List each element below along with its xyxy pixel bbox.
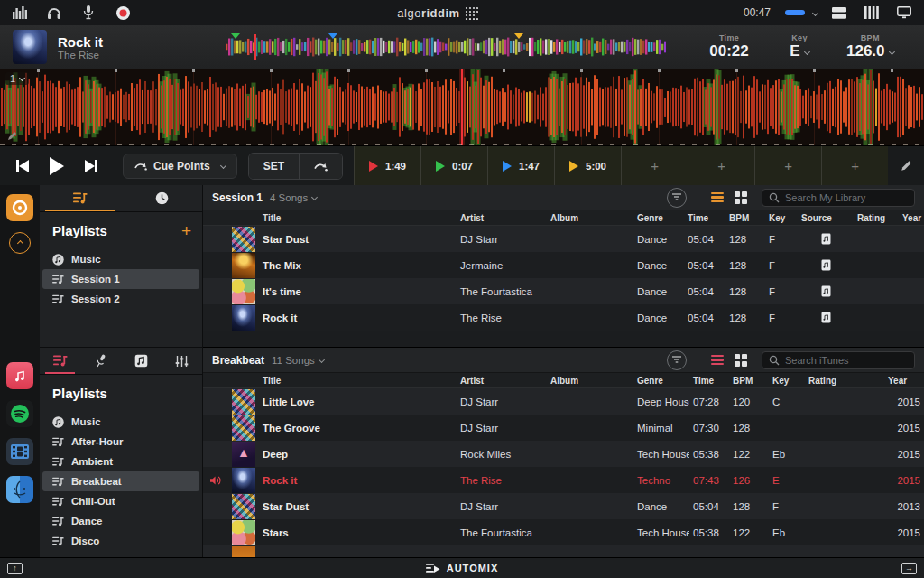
track-row[interactable] bbox=[203, 545, 924, 557]
collapse-chevron-icon[interactable] bbox=[9, 232, 31, 254]
key-selector[interactable]: Key E bbox=[776, 33, 823, 61]
cue-marker-green[interactable] bbox=[231, 33, 240, 39]
playlist-item-ambient[interactable]: Ambient bbox=[42, 452, 199, 471]
cue-edit-pencil-icon[interactable] bbox=[888, 146, 924, 185]
tab-match[interactable] bbox=[162, 348, 202, 374]
cue-points-dropdown[interactable]: Cue Points bbox=[123, 154, 237, 179]
column-header[interactable]: Year bbox=[884, 376, 924, 386]
playlist-item-disco[interactable]: Disco bbox=[42, 531, 199, 551]
display-icon[interactable] bbox=[895, 5, 913, 20]
column-header[interactable]: Time bbox=[684, 213, 725, 223]
search-box[interactable] bbox=[762, 189, 915, 207]
playlist-item-music[interactable]: Music bbox=[42, 412, 199, 432]
playlist-item-session-2[interactable]: Session 2 bbox=[42, 289, 199, 309]
playlist-item-breakbeat[interactable]: Breakbeat bbox=[42, 471, 199, 491]
track-row-star-dust[interactable]: Star DustDJ StarrDance05:04128F bbox=[203, 226, 924, 252]
track-row-little-love[interactable]: Little LoveDJ StarrDeep House07:28120C20… bbox=[203, 388, 924, 415]
list-view-button[interactable] bbox=[709, 353, 725, 368]
column-header[interactable]: Album bbox=[547, 376, 633, 386]
djay-library-icon[interactable] bbox=[6, 194, 33, 221]
playlist-item-session-1[interactable]: Session 1 bbox=[42, 269, 199, 289]
previous-track-button[interactable] bbox=[11, 154, 34, 178]
tab-history[interactable] bbox=[121, 185, 202, 211]
cue-slot-empty-6[interactable]: + bbox=[688, 146, 754, 185]
videos-source-icon[interactable] bbox=[6, 438, 33, 465]
column-header[interactable]: Source bbox=[798, 213, 854, 223]
cue-slot-2[interactable]: 0:07 bbox=[420, 146, 487, 185]
battery-indicator[interactable] bbox=[785, 10, 818, 15]
waveform-edit-pencil-icon[interactable] bbox=[7, 131, 17, 141]
column-header[interactable]: Rating bbox=[854, 213, 899, 223]
search-input[interactable] bbox=[785, 355, 908, 366]
cue-slot-empty-5[interactable]: + bbox=[621, 146, 688, 185]
column-header-row[interactable]: TitleArtistAlbumGenreTimeBPMKeySourceRat… bbox=[203, 210, 924, 226]
list-view-button[interactable] bbox=[709, 191, 725, 205]
track-row-it-s-time[interactable]: It's timeThe FourtasticaDance05:04128F bbox=[203, 278, 924, 304]
itunes-source-icon[interactable] bbox=[6, 362, 33, 389]
cue-slot-empty-8[interactable]: + bbox=[821, 146, 888, 185]
cue-marker-yellow[interactable] bbox=[514, 33, 523, 39]
show-left-panel-button[interactable]: ↑ bbox=[7, 563, 23, 574]
track-row-rock-it[interactable]: Rock itThe RiseDance05:04128F bbox=[203, 304, 924, 331]
playlist-item-after-hour[interactable]: After-Hour bbox=[42, 432, 199, 452]
deck-waveform[interactable]: 1 bbox=[0, 69, 924, 145]
deck-number-selector[interactable]: 1 bbox=[5, 72, 29, 85]
column-header[interactable]: BPM bbox=[729, 376, 769, 386]
search-box[interactable] bbox=[762, 351, 915, 369]
play-button[interactable] bbox=[42, 154, 72, 178]
grid-view-button[interactable] bbox=[733, 190, 749, 206]
spotify-source-icon[interactable] bbox=[6, 400, 33, 427]
column-header[interactable]: Album bbox=[547, 213, 633, 223]
next-track-button[interactable] bbox=[79, 154, 103, 178]
track-overview-strip[interactable] bbox=[226, 36, 666, 58]
track-row-deep[interactable]: DeepRock MilesTech House05:38122Eb2015 bbox=[203, 441, 924, 467]
cue-marker-blue[interactable] bbox=[328, 33, 337, 39]
column-header[interactable]: BPM bbox=[725, 213, 765, 223]
column-header-row[interactable]: TitleArtistAlbumGenreTimeBPMKeyRatingYea… bbox=[203, 373, 924, 388]
cue-slot-1[interactable]: 1:49 bbox=[354, 146, 420, 185]
record-icon[interactable] bbox=[114, 5, 132, 20]
horizontal-split-view-icon[interactable] bbox=[830, 5, 848, 20]
column-header[interactable]: Rating bbox=[805, 376, 884, 386]
tab-playlists-top[interactable] bbox=[40, 185, 121, 211]
column-header[interactable]: Title bbox=[259, 376, 457, 386]
playlist-item-chill-out[interactable]: Chill-Out bbox=[42, 491, 199, 511]
filter-button[interactable] bbox=[667, 188, 687, 208]
tab-artists[interactable] bbox=[80, 348, 121, 374]
set-cue-button[interactable]: SET bbox=[249, 154, 299, 179]
mixer-levels-icon[interactable] bbox=[11, 5, 29, 20]
finder-source-icon[interactable] bbox=[6, 476, 33, 503]
cue-slot-empty-7[interactable]: + bbox=[754, 146, 821, 185]
column-header[interactable]: Key bbox=[765, 213, 798, 223]
cue-slot-4[interactable]: 5:00 bbox=[554, 146, 621, 185]
filter-button[interactable] bbox=[667, 350, 687, 370]
automix-button[interactable]: AUTOMIX bbox=[426, 563, 499, 573]
headphones-icon[interactable] bbox=[45, 5, 63, 20]
track-row-the-mix[interactable]: The MixJermaineDance05:04128F bbox=[203, 252, 924, 278]
tab-playlists-bottom[interactable] bbox=[40, 348, 80, 374]
column-header[interactable]: Time bbox=[689, 376, 729, 386]
tab-songs[interactable] bbox=[121, 348, 162, 374]
loop-jump-button[interactable] bbox=[299, 154, 342, 179]
song-count-dropdown[interactable]: 11 Songs bbox=[272, 355, 324, 366]
cue-slot-3[interactable]: 1:47 bbox=[487, 146, 554, 185]
track-row-the-groove[interactable]: The GrooveDJ StarrMinimal07:301282015 bbox=[203, 415, 924, 441]
playlist-item-music[interactable]: Music bbox=[42, 249, 199, 269]
column-header[interactable]: Artist bbox=[457, 213, 547, 223]
column-header[interactable]: Genre bbox=[633, 376, 689, 386]
playlist-item-dance[interactable]: Dance bbox=[42, 511, 199, 531]
add-playlist-button[interactable]: + bbox=[181, 225, 191, 238]
column-header[interactable]: Key bbox=[769, 376, 805, 386]
column-header[interactable]: Genre bbox=[633, 213, 684, 223]
vertical-panels-icon[interactable] bbox=[863, 5, 881, 20]
track-row-rock-it[interactable]: Rock itThe RiseTechno07:43126E2015 bbox=[203, 467, 924, 493]
grid-view-button[interactable] bbox=[733, 352, 749, 368]
microphone-icon[interactable] bbox=[79, 5, 97, 20]
show-right-panel-button[interactable]: → bbox=[901, 563, 917, 574]
track-row-star-dust[interactable]: Star DustDJ StarrDance05:04128F2013 bbox=[203, 493, 924, 519]
bpm-selector[interactable]: BPM 126.0 bbox=[846, 33, 894, 61]
column-header[interactable]: Title bbox=[259, 213, 457, 223]
song-count-dropdown[interactable]: 4 Songs bbox=[270, 192, 317, 203]
column-header[interactable]: Year bbox=[899, 213, 924, 223]
column-header[interactable]: Artist bbox=[457, 376, 547, 386]
